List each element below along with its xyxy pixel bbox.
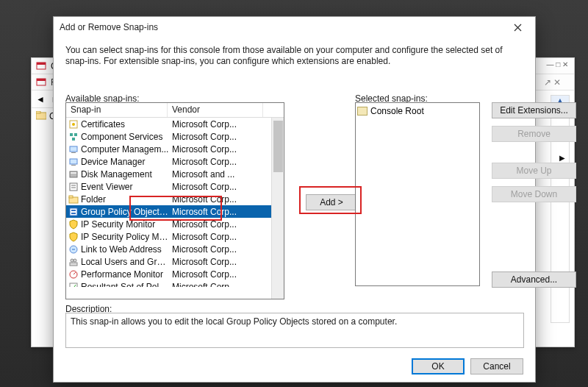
snapin-row-name: Certificates — [81, 119, 169, 129]
snapin-row-vendor: Microsoft Corp... — [169, 194, 265, 205]
snapin-row-name: Group Policy Object ... — [81, 207, 169, 217]
svg-rect-11 — [74, 133, 77, 136]
snapin-row[interactable]: Component ServicesMicrosoft Corp... — [66, 130, 284, 143]
snapin-row-icon — [68, 244, 79, 255]
dialog-title: Add or Remove Snap-ins — [60, 22, 158, 32]
snapin-row[interactable]: Group Policy Object ...Microsoft Corp... — [66, 205, 284, 218]
snapin-row-vendor: Microsoft and ... — [169, 169, 265, 180]
svg-rect-14 — [71, 152, 76, 153]
snapin-row-icon — [68, 144, 79, 155]
snapin-row[interactable]: Event ViewerMicrosoft Corp... — [66, 180, 284, 193]
snapin-row-vendor: Microsoft Corp... — [169, 282, 265, 288]
svg-rect-23 — [69, 196, 73, 198]
snapin-row-name: IP Security Policy Ma... — [81, 232, 169, 242]
snapin-row-icon — [68, 157, 79, 167]
snapin-row-vendor: Microsoft Corp... — [169, 269, 265, 280]
snapin-row-icon — [68, 269, 79, 280]
svg-rect-18 — [71, 172, 76, 174]
snapin-row-name: IP Security Monitor — [81, 219, 169, 230]
scrollbar-thumb[interactable] — [273, 121, 283, 172]
snapin-row[interactable]: Performance MonitorMicrosoft Corp... — [66, 268, 284, 280]
svg-point-9 — [72, 123, 75, 126]
snapin-row[interactable]: Computer Managem...Microsoft Corp... — [66, 143, 284, 155]
move-down-button[interactable]: Move Down — [492, 186, 576, 202]
snapin-row-name: Performance Monitor — [81, 269, 169, 280]
list-header: Snap-in Vendor — [66, 103, 284, 118]
snapin-row-icon — [68, 282, 79, 288]
selected-snapins-list[interactable]: Console Root — [355, 102, 480, 286]
svg-rect-13 — [70, 146, 77, 152]
cancel-button[interactable]: Cancel — [470, 358, 523, 374]
snapin-row-name: Folder — [81, 194, 169, 205]
available-snapins-list[interactable]: Snap-in Vendor CertificatesMicrosoft Cor… — [65, 102, 284, 299]
list-scrollbar[interactable] — [271, 118, 284, 299]
snapin-row-name: Component Services — [81, 132, 169, 142]
svg-point-28 — [71, 259, 74, 262]
svg-rect-15 — [70, 159, 77, 164]
svg-rect-16 — [71, 165, 76, 166]
dialog-intro-text: You can select snap-ins for this console… — [65, 45, 523, 67]
description-text: This snap-in allows you to edit the loca… — [71, 316, 397, 327]
snapin-row-vendor: Microsoft Corp... — [169, 257, 265, 267]
close-icon — [514, 24, 522, 32]
snapin-row-vendor: Microsoft Corp... — [169, 182, 265, 192]
add-remove-snapins-dialog: Add or Remove Snap-ins You can select sn… — [53, 16, 536, 383]
edit-extensions-button[interactable]: Edit Extensions... — [492, 102, 576, 118]
snapin-row[interactable]: Device ManagerMicrosoft Corp... — [66, 155, 284, 168]
add-button[interactable]: Add > — [306, 194, 357, 210]
snapin-row-name: Event Viewer — [81, 182, 169, 192]
snapin-row-icon — [68, 194, 79, 205]
snapin-row-name: Resultant Set of Policy — [81, 282, 169, 288]
snapin-row-name: Local Users and Gro... — [81, 257, 169, 267]
svg-rect-33 — [70, 283, 77, 288]
snapin-row[interactable]: IP Security MonitorMicrosoft Corp... — [66, 218, 284, 230]
snapin-row-name: Link to Web Address — [81, 244, 169, 255]
svg-rect-12 — [72, 138, 75, 141]
snapin-row[interactable]: Disk ManagementMicrosoft and ... — [66, 168, 284, 180]
svg-rect-10 — [70, 133, 73, 136]
snapin-row-icon — [68, 232, 79, 242]
svg-rect-24 — [70, 208, 77, 216]
svg-rect-25 — [71, 210, 76, 211]
move-up-button[interactable]: Move Up — [492, 163, 576, 179]
advanced-button[interactable]: Advanced... — [492, 271, 576, 288]
ok-button[interactable]: OK — [412, 358, 465, 374]
description-box: This snap-in allows you to edit the loca… — [65, 313, 524, 348]
snapin-row-icon — [68, 207, 79, 217]
snapin-row-name: Device Manager — [81, 157, 169, 167]
snapin-row-icon — [68, 219, 79, 230]
snapin-row-vendor: Microsoft Corp... — [169, 144, 265, 155]
snapin-row-vendor: Microsoft Corp... — [169, 207, 265, 217]
snapin-row-vendor: Microsoft Corp... — [169, 157, 265, 167]
snapin-row-name: Disk Management — [81, 169, 169, 180]
snapin-row-vendor: Microsoft Corp... — [169, 244, 265, 255]
remove-button[interactable]: Remove — [492, 126, 576, 142]
svg-rect-30 — [70, 263, 77, 266]
console-root-icon — [357, 107, 368, 116]
snapin-row[interactable]: IP Security Policy Ma...Microsoft Corp..… — [66, 230, 284, 243]
column-vendor[interactable]: Vendor — [168, 103, 263, 117]
snapin-row-icon — [68, 132, 79, 142]
console-root-item[interactable]: Console Root — [357, 104, 478, 117]
snapin-row-vendor: Microsoft Corp... — [169, 232, 265, 242]
snapin-row-icon — [68, 169, 79, 180]
snapin-row[interactable]: Link to Web AddressMicrosoft Corp... — [66, 243, 284, 255]
svg-rect-19 — [70, 183, 77, 191]
svg-rect-26 — [71, 213, 76, 214]
dialog-close-button[interactable] — [506, 19, 529, 35]
snapin-row[interactable]: Local Users and Gro...Microsoft Corp... — [66, 255, 284, 268]
column-snapin[interactable]: Snap-in — [66, 103, 168, 117]
snapin-row-icon — [68, 257, 79, 267]
snapin-row-name: Computer Managem... — [81, 144, 169, 155]
snapin-row-vendor: Microsoft Corp... — [169, 119, 265, 129]
snapin-row-vendor: Microsoft Corp... — [169, 132, 265, 142]
snapin-row[interactable]: Resultant Set of PolicyMicrosoft Corp... — [66, 280, 284, 287]
svg-line-32 — [74, 272, 76, 274]
snapin-row-icon — [68, 182, 79, 192]
svg-point-29 — [74, 259, 76, 262]
snapin-row-vendor: Microsoft Corp... — [169, 219, 265, 230]
snapin-row[interactable]: FolderMicrosoft Corp... — [66, 193, 284, 205]
snapin-row-icon — [68, 119, 79, 129]
snapin-row[interactable]: CertificatesMicrosoft Corp... — [66, 118, 284, 130]
console-root-label: Console Root — [370, 106, 424, 116]
